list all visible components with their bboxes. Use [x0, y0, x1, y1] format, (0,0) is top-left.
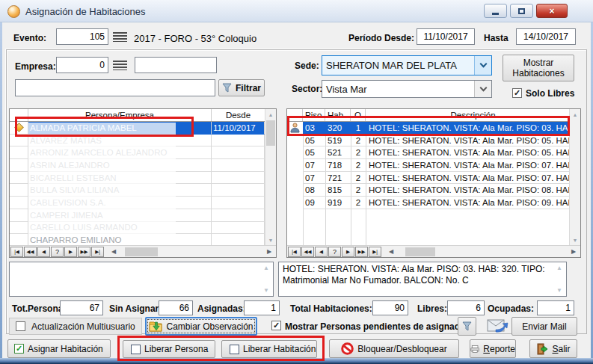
- liberar-persona-button[interactable]: Liberar Persona: [123, 340, 215, 358]
- room-detail-textarea[interactable]: HOTEL: SHERATON. VISTA: Ala Mar. PISO: 0…: [278, 262, 567, 297]
- room-piso-cell[interactable]: 03: [303, 122, 325, 135]
- room-desc-cell[interactable]: HOTEL: SHERATON. VISTA: Ala Mar. PISO: 0…: [366, 135, 569, 147]
- person-name-cell[interactable]: ALVAREZ MATIAS: [28, 135, 212, 147]
- scroll-down-icon[interactable]: ▼: [555, 287, 564, 294]
- room-row[interactable]: 099192HOTEL: SHERATON. VISTA: Ala Mar. P…: [287, 197, 569, 209]
- nav-prev-button[interactable]: ◀: [37, 247, 50, 257]
- room-row[interactable]: 077212HOTEL: SHERATON. VISTA: Ala Mar. P…: [287, 172, 569, 185]
- room-piso-cell[interactable]: 09: [303, 197, 325, 209]
- hasta-input[interactable]: [516, 28, 576, 45]
- maximize-button[interactable]: [510, 4, 533, 18]
- room-hab-cell[interactable]: 519: [325, 135, 351, 147]
- scroll-thumb[interactable]: [266, 120, 275, 146]
- libres-field[interactable]: [447, 300, 485, 315]
- person-name-cell[interactable]: ARRONIZ MARCELO ALEJANDRO: [28, 146, 212, 159]
- person-name-cell[interactable]: CABLEVISION S.A.: [28, 197, 212, 209]
- scroll-down-icon[interactable]: ▼: [262, 287, 271, 294]
- room-desc-cell[interactable]: HOTEL: SHERATON. VISTA: Ala Mar. PISO: 0…: [366, 197, 569, 209]
- close-button[interactable]: ×: [536, 4, 568, 18]
- person-row[interactable]: BICARELLI ESTEBAN: [10, 172, 265, 185]
- scroll-down-icon[interactable]: ▼: [570, 235, 580, 245]
- persons-horizontal-scrollbar[interactable]: ◀ ▶: [107, 247, 276, 257]
- person-desde-cell[interactable]: [212, 184, 265, 197]
- desde-column-header[interactable]: Desde: [212, 109, 265, 121]
- person-row[interactable]: ALMADA PATRICIA MABEL 11/10/2017: [10, 122, 265, 135]
- observacion-textarea[interactable]: [9, 262, 274, 297]
- room-piso-cell[interactable]: 07: [303, 172, 325, 185]
- periodo-desde-input[interactable]: [417, 28, 475, 45]
- person-row[interactable]: CHAPARRO EMILIANO: [10, 234, 265, 245]
- o-column-header[interactable]: O: [351, 109, 366, 121]
- rooms-vertical-scrollbar[interactable]: ▲ ▼: [569, 109, 580, 245]
- room-o-cell[interactable]: 2: [351, 159, 366, 172]
- room-row[interactable]: 055212HOTEL: SHERATON. VISTA: Ala Mar. P…: [287, 146, 569, 159]
- person-name-cell[interactable]: BULLA SILVIA LILIANA: [28, 184, 212, 197]
- person-desde-cell[interactable]: [212, 197, 265, 209]
- person-name-cell[interactable]: CAMPERI JIMENA: [28, 209, 212, 222]
- room-row[interactable]: 03 320 1 HOTEL: SHERATON. VISTA: Ala Mar…: [287, 122, 569, 135]
- indicator-column-header[interactable]: [10, 109, 28, 121]
- room-desc-cell[interactable]: HOTEL: SHERATON. VISTA: Ala Mar. PISO: 0…: [366, 146, 569, 159]
- room-row[interactable]: 077182HOTEL: SHERATON. VISTA: Ala Mar. P…: [287, 159, 569, 172]
- room-piso-cell[interactable]: 05: [303, 146, 325, 159]
- nav-last-button[interactable]: ▶|: [369, 247, 381, 257]
- descripcion-column-header[interactable]: Descripción: [366, 109, 580, 121]
- room-hab-cell[interactable]: 919: [325, 197, 351, 209]
- nav-prev-button[interactable]: ◀: [315, 247, 328, 257]
- scroll-right-icon[interactable]: ▶: [568, 247, 579, 257]
- room-piso-cell[interactable]: 08: [303, 184, 325, 197]
- nav-search-button[interactable]: ?: [51, 247, 64, 257]
- bloquear-desbloquear-button[interactable]: Bloquear/Desbloquear: [329, 339, 459, 358]
- scroll-up-icon[interactable]: ▲: [262, 265, 271, 271]
- actualizacion-multiusuario-checkbox[interactable]: [16, 321, 25, 331]
- room-o-cell[interactable]: 2: [351, 135, 366, 147]
- empresa-lookup-icon[interactable]: [113, 61, 127, 70]
- evento-lookup-icon[interactable]: [113, 32, 127, 42]
- tot-personas-field[interactable]: [60, 300, 103, 315]
- nav-next-page-button[interactable]: ▶▶: [355, 247, 368, 257]
- nav-next-page-button[interactable]: ▶▶: [78, 247, 90, 257]
- scroll-left-icon[interactable]: ◀: [386, 247, 396, 257]
- sin-asignar-field[interactable]: [159, 300, 193, 315]
- person-row[interactable]: BULLA SILVIA LILIANA: [10, 184, 265, 197]
- asignar-habitacion-button[interactable]: ✓ Asignar Habitación: [7, 339, 111, 358]
- total-habitaciones-field[interactable]: [372, 300, 408, 315]
- person-name-cell[interactable]: CARELLO LUIS ARMANDO: [28, 222, 212, 235]
- person-desde-cell[interactable]: [212, 135, 265, 147]
- liberar-habitacion-button[interactable]: Liberar Habitación: [221, 340, 317, 358]
- person-desde-cell[interactable]: 11/10/2017: [212, 122, 265, 135]
- scroll-up-icon[interactable]: ▲: [555, 265, 564, 271]
- scroll-down-icon[interactable]: ▼: [265, 235, 276, 245]
- scroll-up-icon[interactable]: ▲: [570, 109, 580, 120]
- sede-combobox[interactable]: SHERATON MAR DEL PLATA: [322, 55, 492, 75]
- solo-libres-checkbox[interactable]: ✓: [512, 88, 522, 98]
- mostrar-pendientes-checkbox[interactable]: ✓: [271, 321, 281, 330]
- room-desc-cell[interactable]: HOTEL: SHERATON. VISTA: Ala Mar. PISO: 0…: [366, 159, 569, 172]
- room-o-cell[interactable]: 1: [351, 122, 366, 135]
- scroll-thumb[interactable]: [125, 247, 158, 256]
- person-name-cell[interactable]: ALMADA PATRICIA MABEL: [28, 122, 212, 135]
- ocupadas-field[interactable]: [537, 300, 574, 315]
- nav-first-button[interactable]: |◀: [288, 247, 301, 257]
- filtrar-button[interactable]: Filtrar: [218, 79, 265, 96]
- nav-search-button[interactable]: ?: [328, 247, 341, 257]
- nav-prev-page-button[interactable]: ◀◀: [24, 247, 37, 257]
- person-row[interactable]: CARELLO LUIS ARMANDO: [10, 222, 265, 235]
- person-desde-cell[interactable]: [212, 159, 265, 172]
- nav-first-button[interactable]: |◀: [10, 247, 23, 257]
- person-row[interactable]: ARRONIZ MARCELO ALEJANDRO: [10, 146, 265, 159]
- sede-dropdown-arrow[interactable]: [474, 56, 491, 75]
- person-name-cell[interactable]: ASRIN ALEJANDRO: [28, 159, 212, 172]
- room-o-cell[interactable]: 2: [351, 146, 366, 159]
- empresa-input[interactable]: [56, 57, 108, 73]
- room-row[interactable]: 088152HOTEL: SHERATON. VISTA: Ala Mar. P…: [287, 184, 569, 197]
- room-hab-cell[interactable]: 320: [325, 122, 351, 135]
- asignadas-field[interactable]: [244, 300, 280, 315]
- room-o-cell[interactable]: 2: [351, 197, 366, 209]
- person-row[interactable]: ALVAREZ MATIAS: [10, 135, 265, 147]
- person-desde-cell[interactable]: [212, 234, 265, 245]
- scroll-right-icon[interactable]: ▶: [264, 247, 274, 257]
- mostrar-habitaciones-button[interactable]: Mostrar Habitaciones: [503, 55, 574, 81]
- minimize-button[interactable]: [484, 4, 507, 18]
- room-hab-cell[interactable]: 521: [325, 146, 351, 159]
